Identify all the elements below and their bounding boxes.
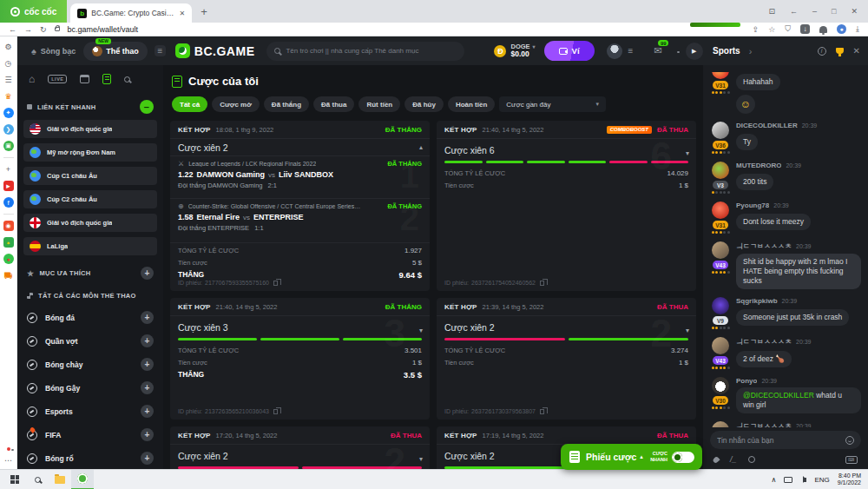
coccoc-brand-button[interactable]: cốc cốc [0,0,67,23]
sport-item-fifa[interactable]: FIFA [23,423,157,446]
bluebird-icon[interactable]: ❯ [3,124,14,135]
expand-button[interactable] [141,381,154,394]
avatar[interactable] [712,162,729,179]
sport-item-esports[interactable]: Esports [23,400,157,423]
expand-button[interactable] [141,428,154,441]
expand-button[interactable] [141,405,154,418]
casino-spade-icon[interactable] [31,46,36,56]
collapse-button[interactable] [140,100,154,114]
minimize-button[interactable] [812,7,817,16]
casino-nav-label[interactable]: Sòng bạc [41,47,76,56]
sport-item-cricket[interactable]: Bóng Gậy [23,376,157,400]
cart-icon[interactable]: ⛟ [3,270,14,281]
browser-tab[interactable]: b BC.Game: Crypto Casino Gan [70,3,192,23]
shield-icon[interactable] [785,24,791,34]
gamepad-icon[interactable]: ▣ [3,141,14,151]
chat-username[interactable]: DICECOLDKILLER [736,122,798,129]
avatar[interactable] [712,377,729,394]
expand-button[interactable] [141,358,154,371]
chat-input[interactable] [717,436,840,445]
quick-link-item[interactable]: Cúp C2 châu Âu [23,190,157,208]
calendar-icon[interactable] [80,75,89,83]
inbox-icon[interactable]: 99 [654,45,661,56]
expand-caret-icon[interactable] [419,455,423,463]
chat-username[interactable]: MUTEDRORO [736,162,781,169]
slash-command-icon[interactable]: /_ [730,455,737,464]
language-indicator[interactable]: ENG [814,476,829,484]
sports-nav-pill[interactable]: Thể thao NEW [83,42,148,61]
download-badge-icon[interactable]: ↓ [800,24,810,34]
settings-icon[interactable] [3,42,14,52]
chat-username[interactable]: Sqgrikpkiwb [736,297,778,305]
youtube-icon[interactable] [3,181,14,191]
cast-icon[interactable] [768,7,775,16]
gif-keyboard-icon[interactable]: ⌨ [845,456,858,464]
bet-name-row[interactable]: Cược xiên 3 3 [170,315,430,338]
emoji-picker-icon[interactable] [845,436,854,445]
bookmark-star-icon[interactable]: ☆ [768,25,775,34]
avatar[interactable] [712,72,729,79]
away-team[interactable]: Liiv SANDBOX [279,170,333,179]
filter-refund[interactable]: Hoàn tiền [448,96,495,112]
avatar[interactable] [712,297,729,314]
new-tab-button[interactable] [201,5,207,18]
banner-icon[interactable]: ✶ [3,237,14,248]
shopee-icon[interactable]: ◉ [3,221,14,231]
avatar[interactable] [712,122,729,139]
filter-cashout[interactable]: Rút tiền [358,96,400,112]
home-team[interactable]: Eternal Fire [197,213,240,221]
reading-list-icon[interactable] [3,75,14,85]
collapse-caret-icon[interactable] [419,143,423,151]
expand-caret-icon[interactable] [419,327,423,334]
account-menu-icon[interactable] [628,46,634,56]
network-icon[interactable] [784,477,792,483]
chevron-right-icon[interactable] [749,46,753,56]
chat-channel-title[interactable]: Sports [713,46,740,56]
live-badge[interactable]: LIVE [48,75,67,83]
rollback-icon[interactable] [790,7,798,16]
filter-open[interactable]: Cược mở [212,96,260,112]
quick-link-item[interactable]: Mỹ mở rộng Đơn Nam [23,143,157,162]
away-team[interactable]: ENTERPRISE [253,213,304,221]
betslip-button[interactable]: Phiếu cược CƯỢC NHANH [561,444,702,470]
forward-button[interactable] [24,25,32,34]
avatar[interactable] [712,241,729,259]
expand-caret-icon[interactable] [686,327,689,334]
chat-toggle-icon[interactable] [686,43,703,60]
sport-item-baseball[interactable]: Bóng chày [23,353,157,376]
profile-icon[interactable]: ● [837,24,846,34]
filter-cancelled[interactable]: Đã hủy [404,96,444,112]
wallet-button[interactable]: Ví [544,41,595,61]
more-icon[interactable] [3,455,14,466]
expand-button[interactable] [141,311,154,324]
crown-icon[interactable] [3,91,14,102]
facebook-icon[interactable]: f [3,197,14,208]
bet-name-row[interactable]: Cược xiên 2 2 [437,315,696,338]
copy-icon[interactable] [273,281,278,286]
file-explorer-icon[interactable] [49,470,71,489]
chat-username[interactable]: ㅢㄷㄱㅂㅅㅅㅅㅊ [736,337,792,347]
avatar[interactable] [712,202,729,219]
volume-icon[interactable] [803,478,806,482]
add-favorite-button[interactable] [141,267,154,280]
trophy-icon[interactable] [836,48,844,54]
rain-icon[interactable] [712,455,720,463]
filter-won[interactable]: Đã thắng [264,96,309,112]
quick-link-item[interactable]: Giải vô địch quốc gia [23,120,157,138]
tray-expand-icon[interactable] [772,476,777,484]
mention[interactable]: @DICECOLDKILLER [743,391,814,400]
avatar[interactable] [712,421,729,427]
quick-link-item[interactable]: Cúp C1 châu Âu [23,167,157,185]
taskbar-search-icon[interactable] [26,470,49,489]
chat-username[interactable]: Ponyo [736,377,757,385]
search-input[interactable] [286,47,450,55]
filter-all[interactable]: Tất cả [172,96,207,112]
chat-username[interactable]: Pyoung78 [736,202,769,209]
sport-item-basketball[interactable]: Bóng rổ [23,446,157,469]
home-icon[interactable] [29,73,35,85]
chat-username[interactable]: ㅢㄷㄱㅂㅅㅅㅅㅊ [736,241,792,251]
expand-button[interactable] [141,334,154,347]
taskbar-clock[interactable]: 8:40 PM 9/1/2022 [838,472,861,486]
coin-drop-icon[interactable] [748,456,755,463]
start-button[interactable] [3,470,26,489]
